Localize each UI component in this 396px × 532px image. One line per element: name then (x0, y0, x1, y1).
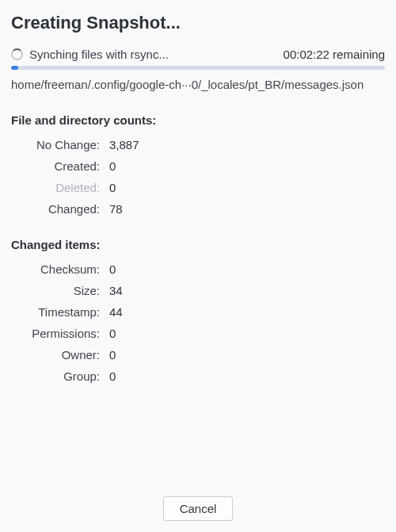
deleted-label: Deleted: (11, 181, 100, 194)
created-value: 0 (109, 159, 385, 173)
progress-fill (11, 66, 18, 70)
timestamp-label: Timestamp: (11, 305, 100, 319)
created-label: Created: (11, 159, 100, 173)
spinner-icon (11, 48, 23, 60)
no-change-label: No Change: (11, 138, 100, 151)
changed-items-grid: Checksum: 0 Size: 34 Timestamp: 44 Permi… (11, 262, 385, 383)
time-remaining: 00:02:22 remaining (284, 48, 385, 61)
checksum-value: 0 (109, 262, 385, 276)
status-text: Synching files with rsync... (29, 48, 169, 61)
deleted-value: 0 (109, 181, 385, 194)
current-file-path: home/freeman/.config/google-ch···0/_loca… (11, 78, 385, 91)
file-counts-header: File and directory counts: (11, 113, 385, 127)
dialog-title: Creating Snapshot... (11, 13, 385, 33)
snapshot-dialog: Creating Snapshot... Synching files with… (0, 0, 396, 532)
dialog-footer: Cancel (11, 488, 385, 521)
checksum-label: Checksum: (11, 262, 100, 276)
group-label: Group: (11, 369, 100, 383)
size-label: Size: (11, 284, 100, 297)
no-change-value: 3,887 (109, 138, 385, 151)
timestamp-value: 44 (109, 305, 385, 319)
spacer (11, 400, 385, 488)
owner-value: 0 (109, 348, 385, 362)
changed-value: 78 (109, 202, 385, 216)
owner-label: Owner: (11, 348, 100, 362)
permissions-label: Permissions: (11, 327, 100, 340)
changed-label: Changed: (11, 202, 100, 216)
changed-items-header: Changed items: (11, 238, 385, 251)
file-counts-grid: No Change: 3,887 Created: 0 Deleted: 0 C… (11, 138, 385, 216)
status-row: Synching files with rsync... 00:02:22 re… (11, 48, 385, 61)
group-value: 0 (109, 369, 385, 383)
permissions-value: 0 (109, 327, 385, 340)
size-value: 34 (109, 284, 385, 297)
cancel-button[interactable]: Cancel (163, 496, 234, 521)
progress-bar (11, 66, 385, 70)
